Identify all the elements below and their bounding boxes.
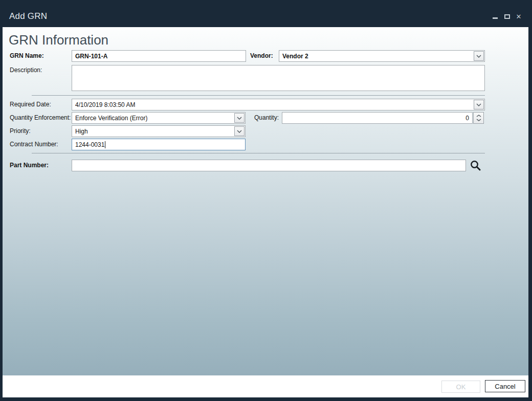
maximize-button[interactable] xyxy=(503,12,511,20)
part-number-label: Part Number: xyxy=(10,162,49,169)
dialog-footer: OK Cancel xyxy=(3,375,528,397)
minimize-icon xyxy=(493,17,498,19)
close-icon: ✕ xyxy=(516,13,522,20)
chevron-down-icon[interactable] xyxy=(234,126,245,136)
vendor-value: Vendor 2 xyxy=(282,53,308,60)
separator xyxy=(32,95,485,96)
priority-combobox[interactable]: High xyxy=(72,125,246,137)
search-icon xyxy=(470,160,482,172)
ok-button[interactable]: OK xyxy=(441,381,480,393)
chevron-up-icon xyxy=(476,115,481,117)
grn-name-input[interactable] xyxy=(72,50,246,62)
required-date-label: Required Date: xyxy=(10,101,51,108)
grn-name-label: GRN Name: xyxy=(10,52,44,59)
quantity-label: Quantity: xyxy=(254,114,279,121)
description-label: Description: xyxy=(10,66,42,74)
chevron-down-icon[interactable] xyxy=(474,100,484,109)
quantity-input[interactable] xyxy=(282,112,473,124)
dialog-body: GRN Information GRN Name: Vendor: Vendor… xyxy=(3,27,528,397)
minimize-button[interactable] xyxy=(491,12,499,20)
vendor-label: Vendor: xyxy=(250,52,273,59)
priority-value: High xyxy=(75,128,88,135)
maximize-icon xyxy=(504,14,510,19)
required-date-value: 4/10/2019 8:03:50 AM xyxy=(75,101,135,108)
required-date-combobox[interactable]: 4/10/2019 8:03:50 AM xyxy=(72,99,485,110)
quantity-spinner[interactable] xyxy=(473,112,484,124)
window-controls: ✕ xyxy=(491,12,523,20)
text-caret xyxy=(105,141,105,148)
quantity-enforcement-value: Enforce Verification (Error) xyxy=(75,115,147,122)
chevron-down-icon xyxy=(476,119,481,121)
chevron-down-icon[interactable] xyxy=(474,51,484,61)
page-title: GRN Information xyxy=(9,32,108,48)
chevron-down-icon[interactable] xyxy=(234,113,245,123)
contract-number-label: Contract Number: xyxy=(10,141,58,148)
part-number-input[interactable] xyxy=(72,160,466,171)
priority-label: Priority: xyxy=(10,127,31,135)
vendor-combobox[interactable]: Vendor 2 xyxy=(279,50,485,62)
separator xyxy=(32,153,485,153)
contract-number-input[interactable]: 1244-0031 xyxy=(72,139,246,150)
cancel-button[interactable]: Cancel xyxy=(485,380,525,392)
contract-number-value: 1244-0031 xyxy=(75,141,104,148)
part-number-search-button[interactable] xyxy=(469,159,482,172)
quantity-enforcement-label: Quantity Enforcement: xyxy=(10,114,71,121)
window-title: Add GRN xyxy=(9,11,47,21)
add-grn-dialog: Add GRN ✕ GRN Information GRN Name: Vend… xyxy=(0,0,532,401)
titlebar: Add GRN ✕ xyxy=(0,0,532,27)
description-textarea[interactable] xyxy=(72,65,485,91)
quantity-enforcement-combobox[interactable]: Enforce Verification (Error) xyxy=(72,112,246,124)
grn-form: GRN Information GRN Name: Vendor: Vendor… xyxy=(3,27,528,375)
close-button[interactable]: ✕ xyxy=(515,12,523,20)
